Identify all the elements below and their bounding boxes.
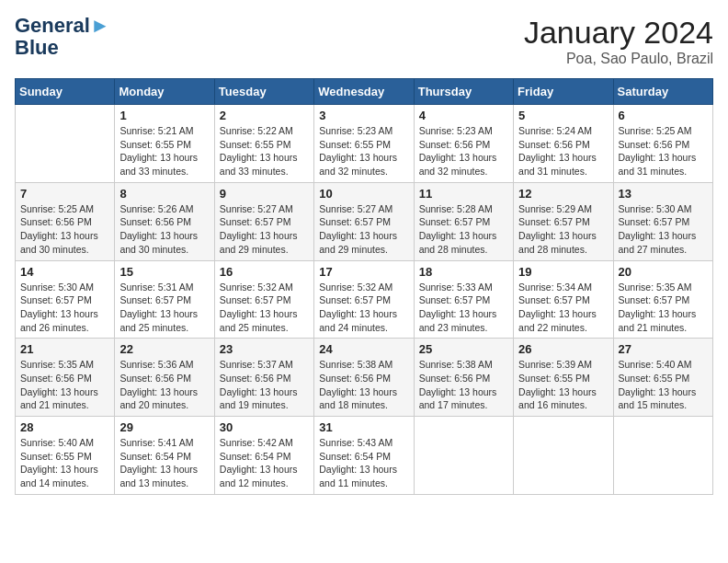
calendar-cell: 23Sunrise: 5:37 AM Sunset: 6:56 PM Dayli… — [214, 339, 313, 417]
calendar-cell: 24Sunrise: 5:38 AM Sunset: 6:56 PM Dayli… — [314, 339, 414, 417]
day-info: Sunrise: 5:23 AM Sunset: 6:55 PM Dayligh… — [319, 124, 408, 178]
day-number: 17 — [319, 265, 408, 279]
logo: General►Blue — [15, 15, 110, 59]
calendar-week-2: 7Sunrise: 5:25 AM Sunset: 6:56 PM Daylig… — [16, 182, 713, 260]
day-number: 13 — [619, 187, 708, 201]
calendar-cell: 9Sunrise: 5:27 AM Sunset: 6:57 PM Daylig… — [214, 182, 313, 260]
day-number: 10 — [319, 187, 408, 201]
day-info: Sunrise: 5:26 AM Sunset: 6:56 PM Dayligh… — [119, 202, 209, 257]
calendar-cell: 17Sunrise: 5:32 AM Sunset: 6:57 PM Dayli… — [314, 260, 414, 339]
day-number: 1 — [119, 109, 209, 122]
day-number: 20 — [619, 265, 708, 279]
day-info: Sunrise: 5:23 AM Sunset: 6:56 PM Dayligh… — [419, 124, 508, 178]
calendar-cell: 5Sunrise: 5:24 AM Sunset: 6:56 PM Daylig… — [514, 105, 613, 183]
day-info: Sunrise: 5:37 AM Sunset: 6:56 PM Dayligh… — [220, 358, 309, 412]
day-header-tuesday: Tuesday — [214, 79, 313, 105]
day-number: 21 — [20, 342, 109, 356]
calendar-cell: 6Sunrise: 5:25 AM Sunset: 6:56 PM Daylig… — [613, 105, 712, 183]
day-info: Sunrise: 5:30 AM Sunset: 6:57 PM Dayligh… — [20, 281, 109, 335]
calendar-cell: 27Sunrise: 5:40 AM Sunset: 6:55 PM Dayli… — [613, 339, 712, 417]
calendar-cell: 3Sunrise: 5:23 AM Sunset: 6:55 PM Daylig… — [314, 105, 414, 183]
day-info: Sunrise: 5:40 AM Sunset: 6:55 PM Dayligh… — [619, 358, 708, 412]
calendar-header-row: SundayMondayTuesdayWednesdayThursdayFrid… — [16, 79, 713, 105]
calendar-cell: 31Sunrise: 5:43 AM Sunset: 6:54 PM Dayli… — [314, 417, 414, 495]
calendar-cell: 20Sunrise: 5:35 AM Sunset: 6:57 PM Dayli… — [613, 260, 712, 339]
calendar-cell: 8Sunrise: 5:26 AM Sunset: 6:56 PM Daylig… — [115, 182, 214, 260]
calendar-cell: 13Sunrise: 5:30 AM Sunset: 6:57 PM Dayli… — [613, 182, 712, 260]
month-title: January 2024 — [524, 15, 713, 51]
day-number: 30 — [220, 420, 309, 434]
day-info: Sunrise: 5:22 AM Sunset: 6:55 PM Dayligh… — [220, 124, 309, 178]
day-number: 7 — [20, 187, 109, 201]
page-header: General►Blue January 2024 Poa, Sao Paulo… — [15, 15, 713, 67]
calendar-cell: 15Sunrise: 5:31 AM Sunset: 6:57 PM Dayli… — [115, 260, 214, 339]
day-number: 31 — [319, 420, 408, 434]
calendar-week-1: 1Sunrise: 5:21 AM Sunset: 6:55 PM Daylig… — [16, 105, 713, 183]
calendar-cell: 11Sunrise: 5:28 AM Sunset: 6:57 PM Dayli… — [414, 182, 513, 260]
day-info: Sunrise: 5:40 AM Sunset: 6:55 PM Dayligh… — [20, 436, 109, 490]
day-number: 14 — [20, 265, 109, 279]
calendar-cell: 29Sunrise: 5:41 AM Sunset: 6:54 PM Dayli… — [115, 417, 214, 495]
calendar-cell — [16, 105, 115, 183]
day-info: Sunrise: 5:35 AM Sunset: 6:56 PM Dayligh… — [20, 358, 109, 412]
day-number: 27 — [619, 342, 708, 356]
day-header-wednesday: Wednesday — [314, 79, 414, 105]
calendar-cell: 10Sunrise: 5:27 AM Sunset: 6:57 PM Dayli… — [314, 182, 414, 260]
day-number: 22 — [119, 342, 209, 356]
day-number: 6 — [619, 109, 708, 122]
day-info: Sunrise: 5:35 AM Sunset: 6:57 PM Dayligh… — [619, 281, 708, 335]
day-number: 15 — [119, 265, 209, 279]
calendar-week-5: 28Sunrise: 5:40 AM Sunset: 6:55 PM Dayli… — [16, 417, 713, 495]
day-number: 3 — [319, 109, 408, 122]
day-info: Sunrise: 5:30 AM Sunset: 6:57 PM Dayligh… — [619, 202, 708, 257]
day-number: 19 — [518, 265, 608, 279]
day-info: Sunrise: 5:41 AM Sunset: 6:54 PM Dayligh… — [119, 436, 209, 490]
day-number: 2 — [220, 109, 309, 122]
day-number: 24 — [319, 342, 408, 356]
calendar-table: SundayMondayTuesdayWednesdayThursdayFrid… — [15, 78, 713, 495]
day-header-thursday: Thursday — [414, 79, 513, 105]
day-info: Sunrise: 5:28 AM Sunset: 6:57 PM Dayligh… — [419, 202, 508, 257]
day-info: Sunrise: 5:27 AM Sunset: 6:57 PM Dayligh… — [220, 202, 309, 257]
day-header-friday: Friday — [514, 79, 613, 105]
calendar-cell: 7Sunrise: 5:25 AM Sunset: 6:56 PM Daylig… — [16, 182, 115, 260]
day-number: 26 — [518, 342, 608, 356]
logo-text: General►Blue — [15, 15, 110, 59]
title-area: January 2024 Poa, Sao Paulo, Brazil — [524, 15, 713, 67]
day-number: 4 — [419, 109, 508, 122]
calendar-cell: 18Sunrise: 5:33 AM Sunset: 6:57 PM Dayli… — [414, 260, 513, 339]
day-info: Sunrise: 5:38 AM Sunset: 6:56 PM Dayligh… — [319, 358, 408, 412]
calendar-cell: 1Sunrise: 5:21 AM Sunset: 6:55 PM Daylig… — [115, 105, 214, 183]
day-number: 9 — [220, 187, 309, 201]
calendar-week-4: 21Sunrise: 5:35 AM Sunset: 6:56 PM Dayli… — [16, 339, 713, 417]
calendar-cell — [613, 417, 712, 495]
calendar-cell — [414, 417, 513, 495]
day-number: 12 — [518, 187, 608, 201]
calendar-cell: 2Sunrise: 5:22 AM Sunset: 6:55 PM Daylig… — [214, 105, 313, 183]
calendar-cell: 26Sunrise: 5:39 AM Sunset: 6:55 PM Dayli… — [514, 339, 613, 417]
day-info: Sunrise: 5:31 AM Sunset: 6:57 PM Dayligh… — [119, 281, 209, 335]
day-number: 29 — [119, 420, 209, 434]
day-info: Sunrise: 5:33 AM Sunset: 6:57 PM Dayligh… — [419, 281, 508, 335]
calendar-cell: 14Sunrise: 5:30 AM Sunset: 6:57 PM Dayli… — [16, 260, 115, 339]
calendar-cell: 16Sunrise: 5:32 AM Sunset: 6:57 PM Dayli… — [214, 260, 313, 339]
location: Poa, Sao Paulo, Brazil — [524, 51, 713, 67]
day-number: 23 — [220, 342, 309, 356]
calendar-week-3: 14Sunrise: 5:30 AM Sunset: 6:57 PM Dayli… — [16, 260, 713, 339]
day-info: Sunrise: 5:32 AM Sunset: 6:57 PM Dayligh… — [220, 281, 309, 335]
day-number: 25 — [419, 342, 508, 356]
day-info: Sunrise: 5:38 AM Sunset: 6:56 PM Dayligh… — [419, 358, 508, 412]
calendar-cell: 30Sunrise: 5:42 AM Sunset: 6:54 PM Dayli… — [214, 417, 313, 495]
day-info: Sunrise: 5:25 AM Sunset: 6:56 PM Dayligh… — [20, 202, 109, 257]
calendar-cell: 4Sunrise: 5:23 AM Sunset: 6:56 PM Daylig… — [414, 105, 513, 183]
calendar-cell: 25Sunrise: 5:38 AM Sunset: 6:56 PM Dayli… — [414, 339, 513, 417]
calendar-cell: 19Sunrise: 5:34 AM Sunset: 6:57 PM Dayli… — [514, 260, 613, 339]
calendar-cell: 22Sunrise: 5:36 AM Sunset: 6:56 PM Dayli… — [115, 339, 214, 417]
day-info: Sunrise: 5:34 AM Sunset: 6:57 PM Dayligh… — [518, 281, 608, 335]
day-header-sunday: Sunday — [16, 79, 115, 105]
day-info: Sunrise: 5:32 AM Sunset: 6:57 PM Dayligh… — [319, 281, 408, 335]
day-info: Sunrise: 5:43 AM Sunset: 6:54 PM Dayligh… — [319, 436, 408, 490]
calendar-cell: 12Sunrise: 5:29 AM Sunset: 6:57 PM Dayli… — [514, 182, 613, 260]
day-info: Sunrise: 5:36 AM Sunset: 6:56 PM Dayligh… — [119, 358, 209, 412]
day-header-monday: Monday — [115, 79, 214, 105]
